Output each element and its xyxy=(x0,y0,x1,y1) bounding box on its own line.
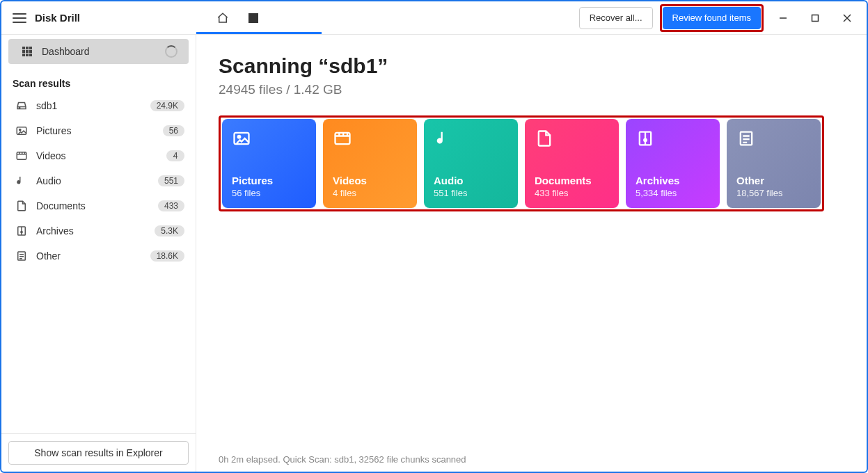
svg-rect-6 xyxy=(26,47,29,49)
sidebar-item-label: Audio xyxy=(36,175,150,186)
window-minimize-button[interactable] xyxy=(771,7,796,29)
active-tab-indicator xyxy=(196,32,322,34)
category-cards: Pictures 56 files Videos 4 files Audio 5… xyxy=(222,119,821,208)
window-maximize-button[interactable] xyxy=(803,7,828,29)
sidebar-item-label: Dashboard xyxy=(42,46,157,57)
count-badge: 24.9K xyxy=(150,100,184,111)
home-tab-icon[interactable] xyxy=(216,11,230,25)
review-found-items-button[interactable]: Review found items xyxy=(663,7,761,29)
scan-summary: 24945 files / 1.42 GB xyxy=(219,82,844,97)
sidebar-item-pictures[interactable]: Pictures 56 xyxy=(1,118,196,143)
card-pictures[interactable]: Pictures 56 files xyxy=(222,119,316,208)
svg-rect-7 xyxy=(29,47,32,49)
other-icon xyxy=(15,250,28,262)
sidebar-heading: Scan results xyxy=(1,68,196,93)
svg-rect-13 xyxy=(29,54,32,56)
count-badge: 4 xyxy=(166,150,184,161)
video-icon xyxy=(333,129,352,148)
sidebar-item-documents[interactable]: Documents 433 xyxy=(1,193,196,218)
count-badge: 56 xyxy=(163,125,184,136)
page-title: Scanning “sdb1” xyxy=(219,54,844,78)
sidebar: Dashboard Scan results sdb1 24.9K Pictur… xyxy=(1,35,196,472)
sidebar-item-label: sdb1 xyxy=(36,100,142,111)
svg-point-30 xyxy=(238,136,241,138)
svg-point-14 xyxy=(19,107,20,109)
stop-tab-icon[interactable] xyxy=(246,11,260,25)
sidebar-item-archives[interactable]: Archives 5.3K xyxy=(1,218,196,243)
sidebar-item-label: Other xyxy=(36,250,142,262)
audio-icon xyxy=(15,175,28,187)
svg-rect-10 xyxy=(29,50,32,53)
sidebar-item-sdb1[interactable]: sdb1 24.9K xyxy=(1,93,196,118)
audio-icon xyxy=(434,129,453,148)
card-title: Archives xyxy=(636,175,710,186)
sidebar-item-videos[interactable]: Videos 4 xyxy=(1,143,196,168)
svg-rect-11 xyxy=(22,54,25,56)
svg-point-38 xyxy=(644,139,647,142)
show-in-explorer-button[interactable]: Show scan results in Explorer xyxy=(8,441,189,465)
card-count: 56 files xyxy=(232,188,306,198)
card-count: 551 files xyxy=(434,188,508,198)
card-audio[interactable]: Audio 551 files xyxy=(424,119,518,208)
review-button-highlight: Review found items xyxy=(660,4,764,32)
card-title: Videos xyxy=(333,175,407,186)
card-videos[interactable]: Videos 4 files xyxy=(323,119,417,208)
card-archives[interactable]: Archives 5,334 files xyxy=(626,119,720,208)
loading-spinner-icon xyxy=(165,45,177,58)
drive-icon xyxy=(15,99,28,112)
sidebar-item-dashboard[interactable]: Dashboard xyxy=(8,39,189,64)
recover-all-button[interactable]: Recover all... xyxy=(579,7,653,29)
sidebar-item-audio[interactable]: Audio 551 xyxy=(1,168,196,193)
svg-rect-2 xyxy=(812,15,819,21)
count-badge: 433 xyxy=(158,200,184,211)
card-title: Audio xyxy=(434,175,508,186)
picture-icon xyxy=(232,129,251,148)
svg-rect-5 xyxy=(22,47,25,49)
card-documents[interactable]: Documents 433 files xyxy=(525,119,619,208)
card-title: Pictures xyxy=(232,175,306,186)
card-title: Documents xyxy=(535,175,609,186)
svg-rect-12 xyxy=(26,54,29,56)
window-close-button[interactable] xyxy=(835,7,860,29)
archive-icon xyxy=(15,225,28,237)
sidebar-item-label: Documents xyxy=(36,200,150,211)
svg-rect-8 xyxy=(22,50,25,53)
card-count: 18,567 files xyxy=(736,188,811,198)
video-icon xyxy=(15,150,28,162)
svg-rect-0 xyxy=(248,13,258,23)
status-text: 0h 2m elapsed. Quick Scan: sdb1, 32562 f… xyxy=(219,446,844,465)
other-icon xyxy=(736,129,756,148)
svg-point-24 xyxy=(21,231,22,232)
card-title: Other xyxy=(736,175,811,186)
count-badge: 5.3K xyxy=(155,225,184,236)
menu-icon[interactable] xyxy=(13,13,26,23)
document-icon xyxy=(15,200,28,212)
svg-rect-9 xyxy=(26,50,29,53)
card-other[interactable]: Other 18,567 files xyxy=(727,119,821,208)
category-cards-highlight: Pictures 56 files Videos 4 files Audio 5… xyxy=(219,115,824,211)
archive-icon xyxy=(636,129,655,148)
sidebar-item-label: Archives xyxy=(36,225,146,236)
app-name: Disk Drill xyxy=(35,12,80,24)
count-badge: 551 xyxy=(158,175,184,186)
sidebar-item-other[interactable]: Other 18.6K xyxy=(1,243,196,268)
document-icon xyxy=(535,129,554,148)
card-count: 5,334 files xyxy=(636,188,710,198)
card-count: 4 files xyxy=(333,188,407,198)
titlebar: Disk Drill Recover all... Review found i… xyxy=(1,1,867,35)
picture-icon xyxy=(15,125,28,137)
grid-icon xyxy=(21,45,33,58)
count-badge: 18.6K xyxy=(150,250,184,262)
card-count: 433 files xyxy=(535,188,609,198)
svg-point-16 xyxy=(19,129,21,130)
sidebar-item-label: Videos xyxy=(36,150,158,161)
sidebar-item-label: Pictures xyxy=(36,125,155,136)
main-panel: Scanning “sdb1” 24945 files / 1.42 GB Pi… xyxy=(196,35,867,472)
